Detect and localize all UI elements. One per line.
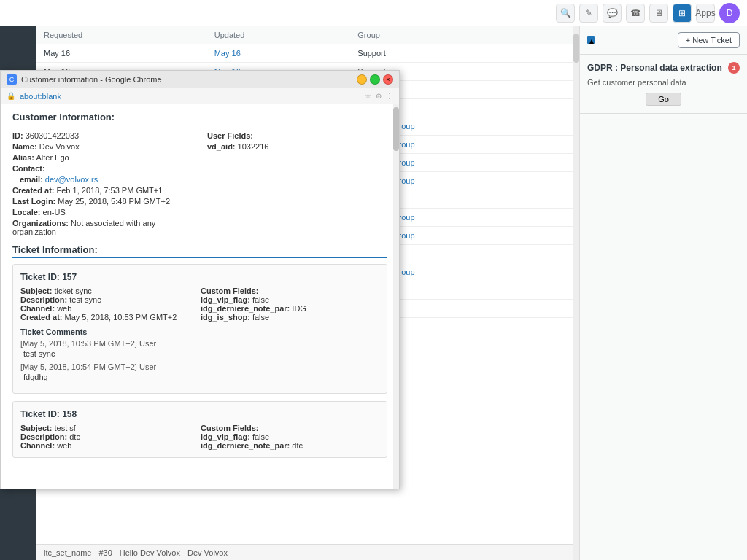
scrollbar-track[interactable] [573,26,579,560]
scrollbar-thumb[interactable] [573,34,579,63]
ticket-157-info: Subject: ticket sync Description: test s… [20,287,379,322]
comment-1-text: test sync [20,349,379,358]
popup-scrollbar-track[interactable] [393,104,399,489]
gdpr-go-button[interactable]: Go [646,93,681,106]
customer-contact-line: Contact: [12,164,193,173]
right-panel-header: ▲ + New Ticket [580,26,747,55]
compose-button[interactable]: ✎ [579,4,598,23]
customer-info-grid: ID: 360301422033 Name: Dev Volvox Alias:… [12,131,387,238]
ticket-comments-section: Ticket Comments [May 5, 2018, 10:53 PM G… [20,327,379,381]
monitor-button[interactable]: 🖥 [649,4,668,23]
comment-1: [May 5, 2018, 10:53 PM GMT+2] User test … [20,339,379,358]
apps-button[interactable]: Apps [696,4,715,23]
gdpr-title: GDPR : Personal data extraction 1 [587,62,740,74]
ticket-157-right: Custom Fields: idg_vip_flag: false idg_d… [201,287,379,322]
gdpr-description: Get customer personal data [587,78,740,87]
gdpr-badge: 1 [728,62,740,74]
star-icon[interactable]: ☆ [365,92,371,100]
col-group[interactable]: Group [350,26,579,44]
customer-email-line: email: dev@volvox.rs [12,175,193,184]
last-login-line: Last Login: May 25, 2018, 5:48 PM GMT+2 [12,197,193,206]
ticket-assignee: Dev Volvox [187,548,228,557]
comment-2-header: [May 5, 2018, 10:54 PM GMT+2] User [20,362,379,371]
right-panel-content [580,114,747,560]
customer-section-title: Customer Information: [12,112,387,125]
comment-1-header: [May 5, 2018, 10:53 PM GMT+2] User [20,339,379,348]
col-requested[interactable]: Requested [36,26,207,44]
avatar[interactable]: D [719,3,740,23]
customer-alias-line: Alias: Alter Ego [12,153,193,162]
created-at-line: Created at: Feb 1, 2018, 7:53 PM GMT+1 [12,186,193,195]
ticket-num: #30 [98,548,112,557]
ticket-block-157: Ticket ID: 157 Subject: ticket sync Desc… [12,264,387,394]
customer-info-popup: C Customer information - Google Chrome ×… [0,70,400,489]
minimize-button[interactable] [357,74,367,85]
ticket-section-title: Ticket Information: [12,244,387,258]
extensions-icon[interactable]: ⊕ [376,92,382,100]
ticket-id-line-157: Ticket ID: 157 [20,272,379,282]
phone-button[interactable]: ☎ [626,4,645,23]
ticket-row[interactable]: May 16May 16Support [36,44,579,63]
ticket-subject: Hello Dev Volvox [120,548,180,557]
popup-content: Customer Information: ID: 360301422033 N… [1,104,399,489]
ticket-158-info: Subject: test sf Description: dtc Channe… [20,424,379,450]
cell-requested: May 16 [36,44,207,63]
user-fields-label: User Fields: [207,131,387,140]
organizations-line: Organizations: Not associated with any o… [12,219,193,236]
new-ticket-button[interactable]: + New Ticket [678,32,740,48]
zendesk-toolbar: 🔍 ✎ 💬 ☎ 🖥 ⊞ Apps D [0,0,747,26]
ticket-157-left: Subject: ticket sync Description: test s… [20,287,199,322]
menu-icon[interactable]: ⋮ [386,92,393,100]
customer-email-link[interactable]: dev@volvox.rs [45,175,98,184]
lock-icon: 🔒 [7,92,15,100]
gdpr-section: GDPR : Personal data extraction 1 Get cu… [580,55,747,114]
ticket-id-line-158: Ticket ID: 158 [20,409,379,419]
cell-group: Support [350,44,579,63]
desktop: 🔍 ✎ 💬 ☎ 🖥 ⊞ Apps D Requested [0,0,747,560]
popup-controls: × [357,74,393,85]
customer-name-line: Name: Dev Volvox [12,142,193,151]
customer-right-col: User Fields: vd_aid: 1032216 [207,131,387,238]
locale-line: Locale: en-US [12,208,193,217]
maximize-button[interactable] [370,74,380,85]
customer-left-col: ID: 360301422033 Name: Dev Volvox Alias:… [12,131,193,238]
chat-button[interactable]: 💬 [603,4,622,23]
ticket-set-name: ltc_set_name [44,548,91,557]
grid-button[interactable]: ⊞ [673,4,692,23]
popup-icon-area: C Customer information - Google Chrome [7,74,162,85]
ticket-block-158: Ticket ID: 158 Subject: test sf Descript… [12,401,387,458]
popup-scrollbar-thumb[interactable] [393,107,399,151]
vd-aid-line: vd_aid: 1032216 [207,142,387,151]
popup-title: Customer information - Google Chrome [21,75,162,84]
customer-id-line: ID: 360301422033 [12,131,193,140]
col-updated[interactable]: Updated [207,26,351,44]
search-button[interactable]: 🔍 [556,4,575,23]
comments-title: Ticket Comments [20,327,379,336]
comment-2: [May 5, 2018, 10:54 PM GMT+2] User fdgdh… [20,362,379,381]
popup-titlebar: C Customer information - Google Chrome × [1,71,399,88]
close-button[interactable]: × [383,74,393,85]
address-text[interactable]: about:blank [20,92,61,101]
comment-2-text: fdgdhg [20,373,379,381]
cell-updated: May 16 [207,44,351,63]
ticket-158-right: Custom Fields: idg_vip_flag: false idg_d… [201,424,379,450]
collapse-icon[interactable]: ▲ [587,36,595,44]
bottom-ticket-row: ltc_set_name #30 Hello Dev Volvox Dev Vo… [36,544,579,560]
address-bar: 🔒 about:blank ☆ ⊕ ⋮ [1,88,399,104]
chrome-icon: C [7,74,17,85]
ticket-158-left: Subject: test sf Description: dtc Channe… [20,424,199,450]
right-panel: ▲ + New Ticket GDPR : Personal data extr… [579,26,747,560]
